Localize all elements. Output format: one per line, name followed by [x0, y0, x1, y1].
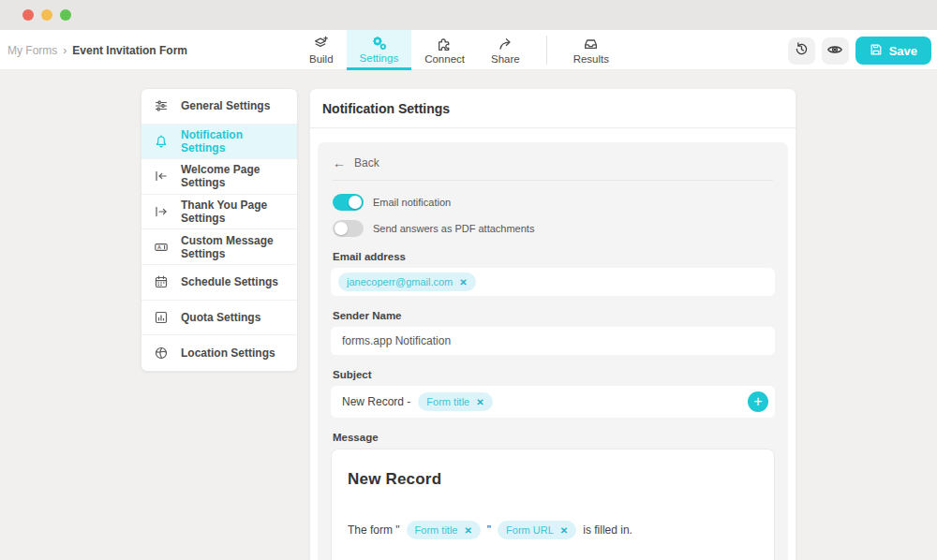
bell-icon: [154, 134, 170, 149]
pdf-attachments-toggle-row: Send answers as PDF attachments: [333, 220, 773, 237]
tab-share-label: Share: [491, 53, 520, 65]
message-editor[interactable]: New Record The form " Form title ✕ " For…: [331, 449, 775, 560]
sender-name-label: Sender Name: [333, 310, 773, 321]
sidebar-item-welcome-page-settings[interactable]: Welcome Page Settings: [141, 159, 297, 195]
sidebar-item-notification-settings[interactable]: Notification Settings: [141, 125, 297, 160]
form-title-chip-text: Form title: [426, 396, 469, 407]
sliders-icon: [154, 98, 170, 113]
preview-button[interactable]: [822, 37, 849, 65]
email-notification-toggle-label: Email notification: [373, 197, 451, 208]
settings-sidebar: General Settings Notification Settings W…: [141, 88, 298, 372]
build-icon: [313, 36, 329, 52]
results-icon: [583, 36, 599, 52]
message-body-line: The form " Form title ✕ " Form URL ✕ is …: [348, 521, 758, 539]
svg-text:A: A: [157, 244, 161, 250]
tab-build[interactable]: Build: [296, 30, 347, 70]
sender-name-input[interactable]: [331, 327, 775, 355]
sidebar-item-label: General Settings: [181, 99, 270, 112]
breadcrumb: My Forms › Event Invitation Form: [7, 30, 187, 70]
add-field-button[interactable]: +: [748, 391, 768, 412]
text-box-icon: A: [154, 240, 170, 255]
message-body-open: The form ": [348, 523, 400, 537]
form-url-chip: Form URL ✕: [498, 521, 576, 539]
sidebar-item-general-settings[interactable]: General Settings: [141, 89, 297, 125]
tab-build-label: Build: [309, 53, 334, 65]
back-arrow-icon: ←: [333, 155, 346, 170]
sidebar-item-label: Quota Settings: [181, 311, 260, 324]
sidebar-item-quota-settings[interactable]: Quota Settings: [141, 301, 297, 336]
chip-remove-icon[interactable]: ✕: [464, 525, 471, 536]
sidebar-item-label: Location Settings: [181, 346, 275, 360]
page-title: Notification Settings: [310, 89, 796, 128]
back-button[interactable]: ← Back: [331, 154, 775, 180]
sidebar-item-thank-you-page-settings[interactable]: Thank You Page Settings: [141, 195, 297, 230]
chip-remove-icon[interactable]: ✕: [476, 397, 483, 407]
close-window-icon[interactable]: [22, 9, 34, 21]
message-quote: ": [487, 523, 491, 537]
sidebar-item-location-settings[interactable]: Location Settings: [141, 335, 297, 371]
sidebar-item-custom-message-settings[interactable]: A Custom Message Settings: [141, 229, 297, 265]
settings-page: General Settings Notification Settings W…: [0, 70, 937, 560]
sidebar-item-schedule-settings[interactable]: Schedule Settings: [141, 265, 297, 301]
chip-remove-icon[interactable]: ✕: [459, 277, 467, 287]
sidebar-item-label: Notification Settings: [181, 128, 285, 155]
breadcrumb-form-name: Event Invitation Form: [72, 44, 187, 57]
toggle-knob: [349, 196, 362, 209]
subject-label: Subject: [333, 369, 773, 380]
message-heading: New Record: [348, 470, 758, 489]
notification-settings-panel: ← Back Email notification Send answers a…: [318, 142, 788, 560]
calendar-icon: [154, 274, 170, 289]
chip-remove-icon[interactable]: ✕: [560, 525, 568, 536]
form-title-chip: Form title ✕: [418, 392, 492, 411]
pdf-attachments-toggle-label: Send answers as PDF attachments: [373, 223, 534, 234]
sidebar-item-label: Schedule Settings: [181, 275, 278, 288]
breadcrumb-separator: ›: [63, 44, 67, 57]
bar-chart-icon: [154, 310, 170, 325]
pdf-attachments-toggle[interactable]: [333, 220, 364, 237]
save-icon: [870, 43, 883, 59]
zoom-window-icon[interactable]: [60, 9, 71, 21]
sidebar-item-label: Thank You Page Settings: [181, 199, 285, 225]
header-actions: Save: [788, 37, 931, 65]
sender-name-field-wrap: [331, 327, 775, 355]
email-address-label: Email address: [333, 251, 773, 262]
tab-connect[interactable]: Connect: [411, 30, 478, 70]
form-title-chip-text: Form title: [415, 524, 458, 536]
tab-settings-label: Settings: [360, 52, 399, 64]
window-controls: [22, 9, 71, 21]
form-url-chip-text: Form URL: [506, 524, 554, 536]
main-tabbar: Build Settings Connect: [296, 30, 622, 70]
tab-results[interactable]: Results: [560, 30, 622, 70]
minimize-window-icon[interactable]: [41, 9, 52, 21]
subject-prefix-text: New Record -: [342, 395, 410, 408]
tab-connect-label: Connect: [424, 53, 465, 65]
enter-arrow-icon: [154, 169, 170, 184]
tab-results-label: Results: [573, 53, 609, 65]
sidebar-item-label: Custom Message Settings: [181, 234, 285, 260]
breadcrumb-my-forms[interactable]: My Forms: [7, 44, 57, 57]
subject-field[interactable]: New Record - Form title ✕ +: [331, 386, 775, 418]
tab-settings[interactable]: Settings: [347, 30, 412, 70]
connect-icon: [437, 36, 453, 52]
eye-icon: [826, 41, 843, 61]
globe-icon: [154, 346, 170, 361]
message-label: Message: [333, 432, 773, 443]
message-body-close: is filled in.: [583, 523, 632, 537]
history-icon: [794, 41, 810, 60]
share-icon: [498, 36, 513, 52]
email-chip-text: janecoperr@gmail.com: [347, 276, 453, 287]
email-notification-toggle[interactable]: [333, 194, 364, 211]
window-titlebar: [0, 0, 937, 30]
email-chip: janecoperr@gmail.com ✕: [338, 273, 476, 291]
form-title-chip: Form title ✕: [407, 521, 481, 539]
save-button-label: Save: [889, 44, 917, 58]
email-notification-toggle-row: Email notification: [333, 194, 773, 211]
settings-icon: [371, 35, 387, 51]
app-header: My Forms › Event Invitation Form Build S…: [0, 30, 937, 70]
panel-divider: [333, 180, 773, 181]
sidebar-item-label: Welcome Page Settings: [181, 163, 285, 189]
save-button[interactable]: Save: [855, 37, 931, 65]
email-address-field[interactable]: janecoperr@gmail.com ✕: [331, 268, 775, 296]
history-button[interactable]: [788, 37, 815, 65]
tab-share[interactable]: Share: [478, 30, 533, 70]
